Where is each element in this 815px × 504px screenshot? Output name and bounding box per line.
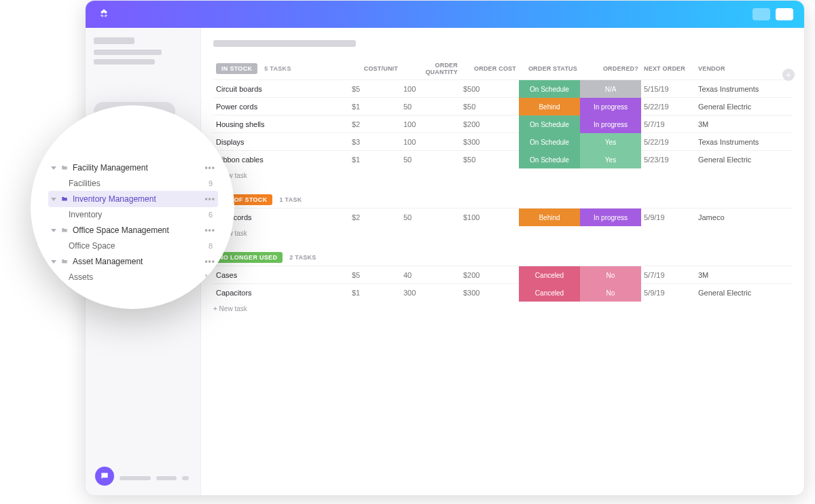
cell-next: 5/7/19 bbox=[641, 271, 695, 279]
status-pill[interactable]: IN STOCK bbox=[216, 63, 257, 74]
folder-icon bbox=[60, 227, 69, 234]
cell-qty: 100 bbox=[401, 138, 460, 146]
footer-placeholder bbox=[156, 476, 177, 480]
new-task-button[interactable]: + New task bbox=[213, 168, 792, 183]
cell-qty: 100 bbox=[401, 85, 460, 93]
cell-next: 5/7/19 bbox=[641, 120, 695, 128]
cell-status[interactable]: On Schedule bbox=[519, 80, 580, 98]
task-count: 1 TASK bbox=[279, 196, 302, 203]
folder-icon bbox=[60, 258, 69, 265]
cell-status[interactable]: Canceled bbox=[519, 284, 580, 302]
cell-qty: 50 bbox=[401, 103, 460, 111]
cell-next: 5/22/19 bbox=[641, 138, 695, 146]
more-icon[interactable]: ••• bbox=[204, 163, 215, 173]
list-label: Facilities bbox=[69, 179, 101, 188]
cell-ordered[interactable]: In progress bbox=[580, 98, 641, 115]
task-count: 2 TASKS bbox=[289, 254, 316, 261]
sidebar-placeholder bbox=[94, 37, 134, 44]
cell-status[interactable]: On Schedule bbox=[519, 133, 580, 151]
sidebar-list[interactable]: Assets10 bbox=[48, 270, 218, 285]
sidebar-list[interactable]: Facilities9 bbox=[48, 176, 218, 191]
col-ordered[interactable]: ORDERED? bbox=[580, 65, 641, 72]
cell-ordered[interactable]: Yes bbox=[580, 133, 641, 151]
cell-ordered[interactable]: No bbox=[580, 266, 641, 284]
sidebar-list[interactable]: Office Space8 bbox=[48, 238, 218, 253]
app-logo-icon bbox=[96, 7, 111, 22]
sidebar-folder[interactable]: Office Space Management••• bbox=[48, 222, 218, 238]
task-count: 5 TASKS bbox=[264, 65, 291, 72]
cell-ordered[interactable]: No bbox=[580, 284, 641, 302]
task-row[interactable]: Housing shells$2100$200On ScheduleIn pro… bbox=[213, 115, 792, 132]
task-row[interactable]: Power cords$150$50BehindIn progress5/22/… bbox=[213, 97, 792, 115]
task-row[interactable]: Capacitors$1300$300CanceledNo5/9/19Gener… bbox=[213, 283, 792, 301]
chat-fab[interactable] bbox=[95, 467, 114, 486]
cell-qty: 50 bbox=[401, 156, 460, 164]
cell-status[interactable]: Behind bbox=[519, 98, 580, 115]
task-row[interactable]: Circuit boards$5100$500On ScheduleN/A5/1… bbox=[213, 79, 792, 97]
sidebar-folder[interactable]: Inventory Management••• bbox=[48, 191, 218, 207]
col-cost[interactable]: COST/UNIT bbox=[349, 65, 401, 72]
status-pill[interactable]: NO LONGER USED bbox=[213, 252, 283, 263]
col-status[interactable]: ORDER STATUS bbox=[519, 65, 580, 72]
cell-vendor: Texas Instruments bbox=[695, 85, 791, 93]
task-name[interactable]: Circuit boards bbox=[213, 85, 349, 93]
folder-label: Inventory Management bbox=[73, 194, 200, 204]
caret-down-icon[interactable] bbox=[51, 198, 56, 201]
more-icon[interactable]: ••• bbox=[204, 194, 215, 204]
new-task-button[interactable]: + New task bbox=[213, 226, 792, 241]
caret-down-icon[interactable] bbox=[51, 166, 56, 170]
task-name[interactable]: Ribbon cables bbox=[213, 156, 349, 164]
new-task-button[interactable]: + New task bbox=[213, 301, 792, 317]
cell-ordered[interactable]: In progress bbox=[580, 115, 641, 133]
task-row[interactable]: Ribbon cables$150$50On ScheduleYes5/23/1… bbox=[213, 150, 792, 168]
task-row[interactable]: Displays$3100$300On ScheduleYes5/22/19Te… bbox=[213, 132, 792, 150]
window-max-button[interactable] bbox=[776, 8, 793, 20]
cell-status[interactable]: On Schedule bbox=[519, 151, 580, 168]
window-min-button[interactable] bbox=[753, 8, 770, 20]
cell-status[interactable]: Canceled bbox=[519, 266, 580, 284]
cell-cost: $1 bbox=[349, 103, 401, 111]
cell-ordercost: $200 bbox=[460, 120, 519, 128]
task-name[interactable]: Housing shells bbox=[213, 120, 349, 128]
task-name[interactable]: Cases bbox=[213, 271, 349, 279]
cell-qty: 40 bbox=[401, 271, 460, 279]
cell-ordercost: $500 bbox=[460, 85, 519, 93]
col-vendor[interactable]: VENDOR bbox=[695, 65, 791, 72]
cell-vendor: 3M bbox=[695, 271, 791, 279]
task-name[interactable]: Capacitors bbox=[213, 289, 349, 297]
task-row[interactable]: Cases$540$200CanceledNo5/7/193M bbox=[213, 266, 792, 283]
col-qty[interactable]: ORDER QUANTITY bbox=[401, 62, 460, 75]
cell-vendor: General Electric bbox=[695, 103, 791, 111]
list-label: Assets bbox=[69, 272, 93, 282]
list-count: 9 bbox=[209, 179, 218, 187]
cell-qty: 100 bbox=[401, 120, 460, 128]
cell-vendor: Jameco bbox=[695, 213, 791, 221]
cell-ordercost: $300 bbox=[460, 289, 519, 297]
cell-ordercost: $300 bbox=[460, 138, 519, 146]
sidebar-list[interactable]: Inventory6 bbox=[48, 207, 218, 222]
sidebar-placeholder bbox=[94, 59, 155, 65]
task-name[interactable]: Displays bbox=[213, 138, 349, 146]
main-content: + IN STOCK5 TASKSIN STOCK5 TASKSCOST/UNI… bbox=[201, 28, 804, 495]
view-tab-placeholder[interactable] bbox=[213, 40, 356, 47]
col-ordercost[interactable]: ORDER COST bbox=[460, 65, 519, 72]
cell-status[interactable]: On Schedule bbox=[519, 115, 580, 133]
cell-cost: $5 bbox=[349, 271, 401, 279]
task-name[interactable]: Power cords bbox=[213, 103, 349, 111]
folder-label: Facility Management bbox=[73, 163, 200, 173]
task-row[interactable]: USB cords$250$100BehindIn progress5/9/19… bbox=[213, 208, 792, 226]
cell-vendor: General Electric bbox=[695, 156, 791, 164]
add-column-button[interactable]: + bbox=[782, 69, 795, 81]
cell-ordered[interactable]: N/A bbox=[580, 80, 641, 98]
more-icon[interactable]: ••• bbox=[204, 257, 215, 266]
more-icon[interactable]: ••• bbox=[204, 226, 215, 235]
caret-down-icon[interactable] bbox=[51, 229, 56, 232]
caret-down-icon[interactable] bbox=[51, 260, 56, 264]
col-next[interactable]: NEXT ORDER bbox=[641, 65, 695, 72]
cell-status[interactable]: Behind bbox=[519, 209, 580, 226]
cell-ordered[interactable]: In progress bbox=[580, 209, 641, 226]
sidebar-folder[interactable]: Facility Management••• bbox=[48, 160, 218, 176]
footer-placeholder bbox=[120, 476, 151, 480]
sidebar-folder[interactable]: Asset Management••• bbox=[48, 253, 218, 270]
cell-ordered[interactable]: Yes bbox=[580, 151, 641, 168]
